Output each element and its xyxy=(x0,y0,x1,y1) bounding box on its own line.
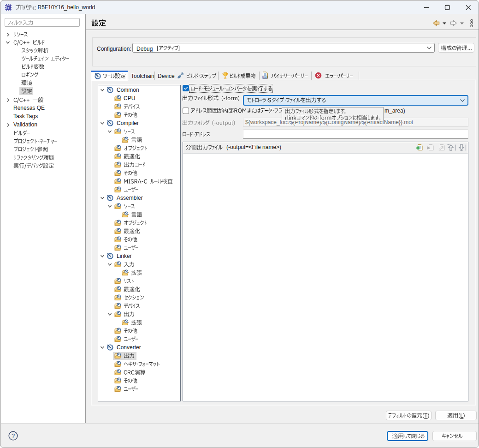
svg-text:?: ? xyxy=(12,432,15,439)
svg-text:010: 010 xyxy=(263,76,267,78)
svg-text:e: e xyxy=(7,6,9,9)
